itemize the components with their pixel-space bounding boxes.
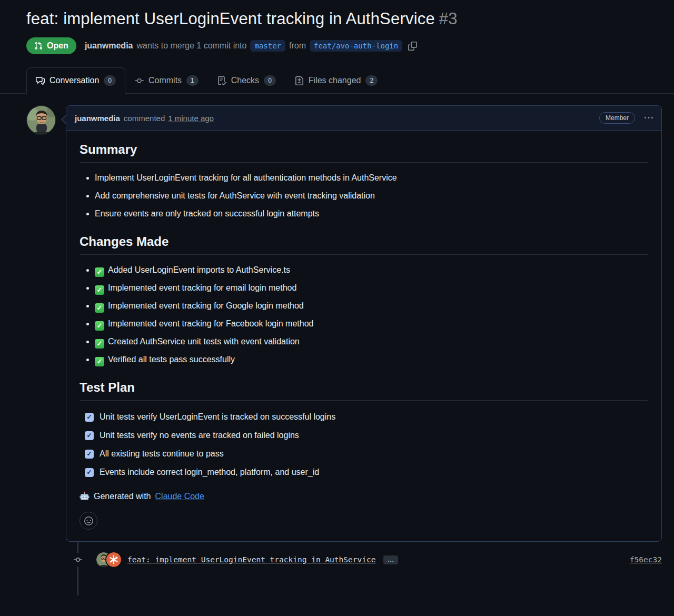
check-mark-emoji-icon <box>95 267 104 277</box>
tab-counter: 0 <box>264 75 276 86</box>
tab-label: Files changed <box>309 76 361 85</box>
commit-bot-avatar[interactable] <box>106 552 121 567</box>
check-mark-emoji-icon <box>95 285 104 295</box>
member-badge: Member <box>599 112 635 124</box>
tab-counter: 1 <box>186 75 199 86</box>
comment-action-text: commented <box>124 114 165 123</box>
list-item-text: Implemented event tracking for Google lo… <box>108 301 304 310</box>
status-row: Open juanwmedia wants to merge 1 commit … <box>26 37 661 54</box>
kebab-horizontal-icon <box>645 114 653 122</box>
checked-checkbox[interactable] <box>85 431 94 440</box>
list-item: Verified all tests pass successfully <box>95 353 648 366</box>
open-status-badge: Open <box>26 37 76 54</box>
from-text: from <box>289 41 306 51</box>
task-item-text: All existing tests continue to pass <box>100 448 224 460</box>
git-pull-request-icon <box>34 42 43 50</box>
commit-avatars <box>96 552 121 567</box>
list-item: Created AuthService unit tests with even… <box>95 335 648 349</box>
generated-with-line: Generated with Claude Code <box>80 491 648 501</box>
commit-timeline-row: feat: implement UserLoginEvent tracking … <box>0 545 674 574</box>
check-mark-emoji-icon <box>95 339 104 349</box>
commit-more-button[interactable]: … <box>383 555 398 564</box>
tab-counter: 2 <box>365 75 378 86</box>
copy-branch-button[interactable] <box>408 42 417 51</box>
head-branch-label[interactable]: feat/avo-auth-login <box>310 40 402 52</box>
tab-conversation[interactable]: Conversation 0 <box>26 67 125 94</box>
merge-meta: juanwmedia wants to merge 1 commit into … <box>85 40 417 52</box>
list-item: Implemented event tracking for Facebook … <box>95 317 648 331</box>
changes-list: Added UserLoginEvent imports to AuthServ… <box>80 264 648 366</box>
robot-emoji-icon <box>80 491 90 501</box>
checklist-icon <box>217 76 226 85</box>
pull-request-page: feat: implement UserLoginEvent tracking … <box>0 0 674 616</box>
section-heading-summary: Summary <box>80 142 648 163</box>
list-item-text: Added UserLoginEvent imports to AuthServ… <box>108 265 290 274</box>
add-reaction-button[interactable] <box>80 512 97 530</box>
tab-commits[interactable]: Commits 1 <box>125 67 208 94</box>
tab-files-changed[interactable]: Files changed 2 <box>285 67 387 94</box>
avatar[interactable] <box>26 105 56 135</box>
task-item: All existing tests continue to pass <box>85 448 648 460</box>
pr-tabs: Conversation 0 Commits 1 Checks 0 Files … <box>0 67 674 94</box>
user-avatar-image <box>27 106 56 135</box>
commit-sha-link[interactable]: f56ec32 <box>630 555 662 564</box>
comment-timestamp-link[interactable]: 1 minute ago <box>168 114 214 123</box>
copy-icon <box>408 42 417 51</box>
tab-checks[interactable]: Checks 0 <box>208 67 285 94</box>
list-item: Implemented event tracking for email log… <box>95 282 648 295</box>
task-item-text: Events include correct login_method, pla… <box>100 466 319 479</box>
tab-counter: 0 <box>104 75 116 86</box>
list-item-text: Verified all tests pass successfully <box>108 355 235 364</box>
section-heading-test-plan: Test Plan <box>80 380 648 401</box>
tab-label: Checks <box>231 76 259 85</box>
list-item-text: Implemented event tracking for Facebook … <box>108 319 313 328</box>
reaction-row <box>80 512 648 530</box>
task-item-text: Unit tests verify UserLoginEvent is trac… <box>100 411 335 423</box>
checked-checkbox[interactable] <box>85 413 94 422</box>
comment-card: juanwmedia commented 1 minute ago Member… <box>66 105 662 542</box>
checked-checkbox[interactable] <box>85 468 94 477</box>
comment-header: juanwmedia commented 1 minute ago Member <box>66 106 661 131</box>
checked-checkbox[interactable] <box>85 450 94 459</box>
task-item: Unit tests verify UserLoginEvent is trac… <box>85 411 648 423</box>
git-commit-icon <box>135 76 144 85</box>
smiley-icon <box>84 516 93 525</box>
comment-author[interactable]: juanwmedia <box>75 114 120 123</box>
base-branch-label[interactable]: master <box>250 40 285 52</box>
task-item: Unit tests verify no events are tracked … <box>85 429 648 442</box>
state-label: Open <box>47 41 68 51</box>
commit-message-link[interactable]: feat: implement UserLoginEvent tracking … <box>127 555 375 564</box>
comment-thread: juanwmedia commented 1 minute ago Member… <box>0 94 674 542</box>
list-item: Implemented event tracking for Google lo… <box>95 300 648 313</box>
task-list: Unit tests verify UserLoginEvent is trac… <box>80 411 648 479</box>
comment-header-actions: Member <box>599 112 653 124</box>
list-item: Add comprehensive unit tests for AuthSer… <box>95 190 648 203</box>
comment-options-button[interactable] <box>645 114 653 122</box>
list-item: Implement UserLoginEvent tracking for al… <box>95 172 648 185</box>
check-mark-emoji-icon <box>95 321 104 331</box>
git-commit-timeline-icon <box>72 553 84 567</box>
list-item: Added UserLoginEvent imports to AuthServ… <box>95 264 648 277</box>
check-mark-emoji-icon <box>95 303 104 313</box>
merge-action-text: wants to merge 1 commit into <box>136 41 246 51</box>
tab-label: Conversation <box>49 76 99 85</box>
file-diff-icon <box>295 76 304 85</box>
comment-body: Summary Implement UserLoginEvent trackin… <box>66 131 661 541</box>
tab-label: Commits <box>148 76 182 85</box>
summary-list: Implement UserLoginEvent tracking for al… <box>80 172 648 220</box>
list-item: Ensure events are only tracked on succes… <box>95 207 648 221</box>
claude-code-link[interactable]: Claude Code <box>155 492 204 501</box>
section-heading-changes: Changes Made <box>80 234 648 255</box>
pr-number: #3 <box>439 9 458 28</box>
generated-with-text: Generated with <box>94 492 151 501</box>
pr-header: feat: implement UserLoginEvent tracking … <box>0 0 674 54</box>
task-item-text: Unit tests verify no events are tracked … <box>100 429 299 442</box>
task-item: Events include correct login_method, pla… <box>85 466 648 479</box>
pr-title-text: feat: implement UserLoginEvent tracking … <box>26 9 435 28</box>
comment-discussion-icon <box>36 76 45 85</box>
list-item-text: Created AuthService unit tests with even… <box>108 337 300 346</box>
list-item-text: Implemented event tracking for email log… <box>108 283 296 292</box>
page-title: feat: implement UserLoginEvent tracking … <box>26 8 661 29</box>
pr-author[interactable]: juanwmedia <box>85 41 133 51</box>
check-mark-emoji-icon <box>95 357 104 366</box>
